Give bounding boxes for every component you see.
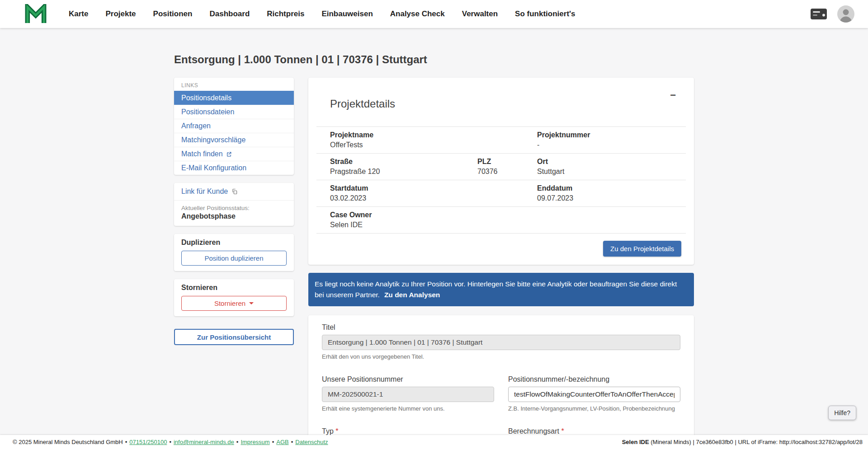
separator: • <box>272 439 274 445</box>
duplicate-card: Duplizieren Position duplizieren <box>174 234 294 271</box>
cancel-button-label: Stornieren <box>214 299 245 307</box>
phone-link[interactable]: 07151/250100 <box>129 439 167 445</box>
duplicate-position-button[interactable]: Position duplizieren <box>181 251 287 266</box>
nav-item-dashboard[interactable]: Dashboard <box>209 9 250 19</box>
case-owner-value: Selen IDE <box>330 220 477 229</box>
positionsnummer-input[interactable] <box>508 387 680 402</box>
sidebar-item-label: Positionsdateien <box>181 108 234 116</box>
unsere-positionsnummer-label: Unsere Positionsnummer <box>322 375 494 384</box>
main-content: Projektdetails − Projektname OfferTests … <box>308 78 694 449</box>
banner-text: Es liegt noch keine Analytik zu Ihrer Po… <box>315 280 677 299</box>
field-startdatum: Startdatum 03.02.2023 <box>330 184 477 202</box>
sidebar-item-matchingvorschlaege[interactable]: Matchingvorschläge <box>174 133 294 147</box>
separator: • <box>169 439 171 445</box>
field-positionsnummer: Positionsnummer/-bezeichnung Z.B. Intern… <box>508 375 680 412</box>
table-row: Projektname OfferTests Projektnummer - <box>316 127 686 154</box>
main-nav: Karte Projekte Positionen Dashboard Rich… <box>69 9 576 19</box>
table-row: Case Owner Selen IDE <box>316 207 686 234</box>
startdatum-label: Startdatum <box>330 184 477 192</box>
go-to-project-details-button[interactable]: Zu den Projektdetails <box>603 241 681 257</box>
nav-item-einbauweisen[interactable]: Einbauweisen <box>321 9 373 19</box>
field-enddatum: Enddatum 09.07.2023 <box>537 184 686 202</box>
sidebar: LINKS Positionsdetails Positionsdateien … <box>174 78 294 345</box>
customer-link-label: Link für Kunde <box>181 187 228 196</box>
sidebar-item-label: Matchingvorschläge <box>181 136 245 144</box>
customer-link-card: Link für Kunde Aktueller Positionsstatus… <box>174 183 294 226</box>
user-avatar-icon[interactable] <box>837 5 854 23</box>
position-overview-button[interactable]: Zur Positionsübersicht <box>174 329 294 345</box>
unsere-positionsnummer-input <box>322 387 494 402</box>
projektnummer-label: Projektnummer <box>537 131 686 139</box>
nav-item-verwalten[interactable]: Verwalten <box>462 9 498 19</box>
top-navigation-bar: Karte Projekte Positionen Dashboard Rich… <box>0 0 868 28</box>
separator: • <box>125 439 127 445</box>
duplicate-title: Duplizieren <box>181 239 287 247</box>
enddatum-value: 09.07.2023 <box>537 194 686 202</box>
nav-item-analyse-check[interactable]: Analyse Check <box>390 9 445 19</box>
cancel-card: Stornieren Stornieren <box>174 279 294 316</box>
field-unsere-positionsnummer: Unsere Positionsnummer Erhält eine syste… <box>322 375 494 412</box>
footer-session-details: (Mineral Minds) | 7ce360e83fb0 | URL of … <box>649 439 863 445</box>
sidebar-item-anfragen[interactable]: Anfragen <box>174 119 294 133</box>
customer-link[interactable]: Link für Kunde <box>174 183 294 201</box>
field-projektname: Projektname OfferTests <box>330 131 477 149</box>
positionsnummer-helper: Z.B. Interne-Vorgangsnummer, LV-Position… <box>508 405 680 412</box>
strasse-value: Pragstraße 120 <box>330 167 477 176</box>
sidebar-item-label: Anfragen <box>181 122 211 130</box>
copyright-text: © 2025 Mineral Minds Deutschland GmbH <box>13 439 123 445</box>
titel-input <box>322 335 680 350</box>
titel-label: Titel <box>322 323 680 332</box>
chevron-down-icon <box>249 302 254 304</box>
topbar-actions <box>810 5 854 23</box>
positionsnummer-label: Positionsnummer/-bezeichnung <box>508 375 680 384</box>
sidebar-links-header: LINKS <box>174 78 294 91</box>
collapse-icon[interactable]: − <box>665 89 680 102</box>
nav-item-richtpreis[interactable]: Richtpreis <box>267 9 304 19</box>
sidebar-item-label: E-Mail Konfiguration <box>181 164 246 172</box>
startdatum-value: 03.02.2023 <box>330 194 477 202</box>
strasse-label: Straße <box>330 157 477 166</box>
position-status-label: Aktueller Positionsstatus: <box>174 201 294 211</box>
footer-left: © 2025 Mineral Minds Deutschland GmbH • … <box>13 439 328 445</box>
page-container: Entsorgung | 1.000 Tonnen | 01 | 70376 |… <box>174 53 694 449</box>
sidebar-item-email-konfiguration[interactable]: E-Mail Konfiguration <box>174 161 294 175</box>
server-icon[interactable] <box>810 8 827 20</box>
enddatum-label: Enddatum <box>537 184 686 192</box>
plz-label: PLZ <box>477 157 537 166</box>
field-projektnummer: Projektnummer - <box>537 131 686 149</box>
analytics-info-banner: Es liegt noch keine Analytik zu Ihrer Po… <box>308 273 694 306</box>
impressum-link[interactable]: Impressum <box>241 439 269 445</box>
sidebar-item-positionsdateien[interactable]: Positionsdateien <box>174 105 294 119</box>
mineral-minds-logo[interactable] <box>24 4 47 24</box>
sidebar-item-label: Match finden <box>181 150 223 158</box>
cancel-title: Stornieren <box>181 284 287 292</box>
footer-session-info: Selen IDE (Mineral Minds) | 7ce360e83fb0… <box>622 439 863 445</box>
nav-item-projekte[interactable]: Projekte <box>105 9 136 19</box>
datenschutz-link[interactable]: Datenschutz <box>295 439 328 445</box>
projektname-label: Projektname <box>330 131 477 139</box>
ort-label: Ort <box>537 157 686 166</box>
go-to-analyses-link[interactable]: Zu den Analysen <box>384 291 440 299</box>
sidebar-item-match-finden[interactable]: Match finden <box>174 147 294 161</box>
footer: © 2025 Mineral Minds Deutschland GmbH • … <box>0 435 868 449</box>
field-strasse: Straße Pragstraße 120 <box>330 157 477 176</box>
case-owner-label: Case Owner <box>330 210 477 219</box>
project-details-title: Projektdetails <box>330 98 395 110</box>
nav-item-positionen[interactable]: Positionen <box>153 9 193 19</box>
required-marker: * <box>561 427 564 435</box>
project-details-card: Projektdetails − Projektname OfferTests … <box>308 78 694 265</box>
nav-item-karte[interactable]: Karte <box>69 9 88 19</box>
table-row: Startdatum 03.02.2023 Enddatum 09.07.202… <box>316 180 686 207</box>
projektnummer-value: - <box>537 140 686 149</box>
logo-m-icon <box>24 4 47 24</box>
help-button[interactable]: Hilfe? <box>828 406 856 420</box>
agb-link[interactable]: AGB <box>276 439 288 445</box>
cancel-position-button[interactable]: Stornieren <box>181 296 287 311</box>
sidebar-item-positionsdetails[interactable]: Positionsdetails <box>174 91 294 105</box>
copy-icon <box>231 188 238 195</box>
field-titel: Titel Erhält den von uns vorgegebenen Ti… <box>322 323 680 360</box>
project-details-table: Projektname OfferTests Projektnummer - S… <box>316 126 686 234</box>
nav-item-so-funktionierts[interactable]: So funktioniert's <box>515 9 575 19</box>
page-title: Entsorgung | 1.000 Tonnen | 01 | 70376 |… <box>174 53 694 66</box>
email-link[interactable]: info@mineral-minds.de <box>174 439 234 445</box>
